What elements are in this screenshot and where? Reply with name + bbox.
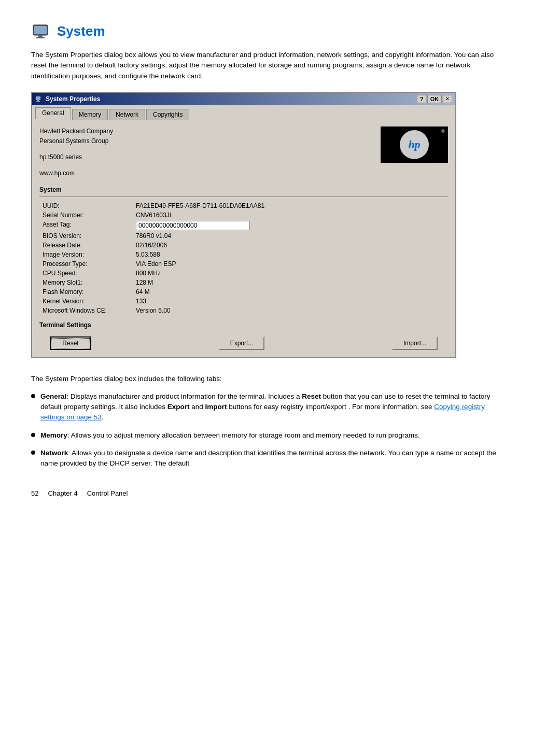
dialog-icon [35, 95, 43, 103]
field-label-7: CPU Speed: [39, 269, 133, 278]
bullet-memory: Memory: Allows you to adjust memory allo… [31, 430, 498, 441]
bottom-intro: The System Properties dialog box include… [31, 374, 498, 384]
system-field-row-5: Image Version:5.03.588 [39, 250, 448, 259]
system-field-row-8: Memory Slot1:128 M [39, 278, 448, 287]
asset-tag-input[interactable] [136, 221, 250, 230]
system-properties-dialog: System Properties ? OK × General Memory … [31, 92, 456, 358]
terminal-buttons-row: Reset Export... Import... [39, 336, 448, 350]
field-label-9: Flash Memory: [39, 287, 133, 297]
field-label-1: Serial Number: [39, 210, 133, 220]
bullet-dot-network [31, 451, 35, 455]
system-field-row-2: Asset Tag: [39, 220, 448, 231]
svg-rect-2 [38, 35, 43, 37]
field-value-5: 5.03.588 [133, 250, 448, 259]
svg-rect-5 [36, 97, 40, 100]
system-field-row-0: UUID:FA21ED49-FFE5-A68F-D711-601DA0E1AA8… [39, 201, 448, 210]
page-header: System [31, 21, 529, 41]
titlebar-buttons: ? OK × [417, 95, 452, 103]
field-label-4: Release Date: [39, 241, 133, 250]
field-label-11: Microsoft Windows CE: [39, 306, 133, 315]
hp-invent-text: i n v e n t [381, 164, 448, 170]
tab-network[interactable]: Network [109, 109, 145, 120]
field-value-0: FA21ED49-FFE5-A68F-D711-601DA0E1AA81 [133, 201, 448, 210]
bullet-general-bold: General [40, 392, 66, 400]
bullet-network-bold: Network [40, 449, 68, 457]
copy-registry-link[interactable]: Copying registry settings on page 53 [40, 403, 485, 421]
system-field-row-1: Serial Number:CNV61603JL [39, 210, 448, 220]
titlebar-left: System Properties [35, 95, 100, 103]
import-button[interactable]: Import... [392, 336, 438, 350]
export-button[interactable]: Export... [219, 336, 265, 350]
reset-button[interactable]: Reset [50, 336, 91, 350]
bullet-memory-bold: Memory [40, 431, 67, 439]
system-field-row-9: Flash Memory:64 M [39, 287, 448, 297]
bullet-dot-general [31, 394, 35, 398]
field-label-0: UUID: [39, 201, 133, 210]
bullet-text-memory: Memory: Allows you to adjust memory allo… [40, 430, 498, 441]
field-value-9: 64 M [133, 287, 448, 297]
product-series: hp t5000 series [39, 152, 113, 162]
field-value-3: 786R0 v1.04 [133, 231, 448, 241]
footer-section: Control Panel [87, 489, 128, 497]
registered-mark: ® [441, 129, 445, 134]
footer-chapter: Chapter 4 [48, 489, 78, 497]
system-section-header: System [39, 186, 448, 193]
tab-copyrights[interactable]: Copyrights [146, 109, 189, 120]
manufacturer-line1: Hewlett Packard Company [39, 126, 113, 136]
terminal-settings-section: Terminal Settings Reset Export... Import… [39, 321, 448, 350]
terminal-settings-divider [39, 331, 448, 331]
field-label-3: BIOS Version: [39, 231, 133, 241]
page-description: The System Properties dialog box allows … [31, 50, 498, 81]
tabs-row: General Memory Network Copyrights [32, 105, 455, 119]
system-field-row-11: Microsoft Windows CE:Version 5.00 [39, 306, 448, 315]
system-field-row-4: Release Date:02/16/2006 [39, 241, 448, 250]
close-button[interactable]: × [443, 95, 452, 103]
bottom-description: The System Properties dialog box include… [31, 374, 498, 469]
svg-rect-3 [36, 37, 45, 38]
bullet-text-network: Network: Allows you to designate a devic… [40, 448, 498, 469]
system-icon [31, 21, 52, 41]
field-label-10: Kernel Version: [39, 297, 133, 306]
field-value-4: 02/16/2006 [133, 241, 448, 250]
system-data-table: UUID:FA21ED49-FFE5-A68F-D711-601DA0E1AA8… [39, 201, 448, 315]
bullet-dot-memory [31, 433, 35, 437]
dialog-titlebar: System Properties ? OK × [32, 93, 455, 105]
svg-rect-1 [34, 26, 47, 34]
manufacturer-line2: Personal Systems Group [39, 136, 113, 146]
system-field-row-10: Kernel Version:133 [39, 297, 448, 306]
svg-rect-6 [37, 100, 39, 101]
bullet-list: General: Displays manufacturer and produ… [31, 391, 498, 469]
field-value-8: 128 M [133, 278, 448, 287]
terminal-settings-header: Terminal Settings [39, 321, 448, 329]
hp-logo-box: ® hp [381, 126, 448, 163]
info-top: Hewlett Packard Company Personal Systems… [39, 126, 448, 179]
page-title: System [57, 23, 105, 39]
field-value-7: 800 MHz [133, 269, 448, 278]
field-label-5: Image Version: [39, 250, 133, 259]
tab-general[interactable]: General [35, 107, 71, 119]
bullet-network: Network: Allows you to designate a devic… [31, 448, 498, 469]
system-field-row-6: Processor Type:VIA Eden ESP [39, 259, 448, 269]
field-value-10: 133 [133, 297, 448, 306]
tab-content-general: Hewlett Packard Company Personal Systems… [32, 119, 455, 357]
ok-button[interactable]: OK [427, 95, 442, 103]
field-value-1: CNV61603JL [133, 210, 448, 220]
field-value-6: VIA Eden ESP [133, 259, 448, 269]
hp-circle-logo: hp [400, 130, 429, 159]
field-label-8: Memory Slot1: [39, 278, 133, 287]
website: www.hp.com [39, 168, 113, 178]
tab-memory[interactable]: Memory [72, 109, 108, 120]
system-field-row-3: BIOS Version:786R0 v1.04 [39, 231, 448, 241]
bullet-text-general: General: Displays manufacturer and produ… [40, 391, 498, 423]
field-value-11: Version 5.00 [133, 306, 448, 315]
field-label-2: Asset Tag: [39, 220, 133, 231]
system-section-divider [39, 196, 448, 197]
dialog-title: System Properties [46, 95, 100, 103]
help-button[interactable]: ? [417, 95, 426, 103]
system-field-row-7: CPU Speed:800 MHz [39, 269, 448, 278]
manufacturer-info: Hewlett Packard Company Personal Systems… [39, 126, 113, 179]
field-label-6: Processor Type: [39, 259, 133, 269]
field-value-2[interactable] [133, 220, 448, 231]
page-footer: 52 Chapter 4 Control Panel [31, 489, 529, 497]
hp-logo: ® hp i n v e n t [381, 126, 448, 170]
